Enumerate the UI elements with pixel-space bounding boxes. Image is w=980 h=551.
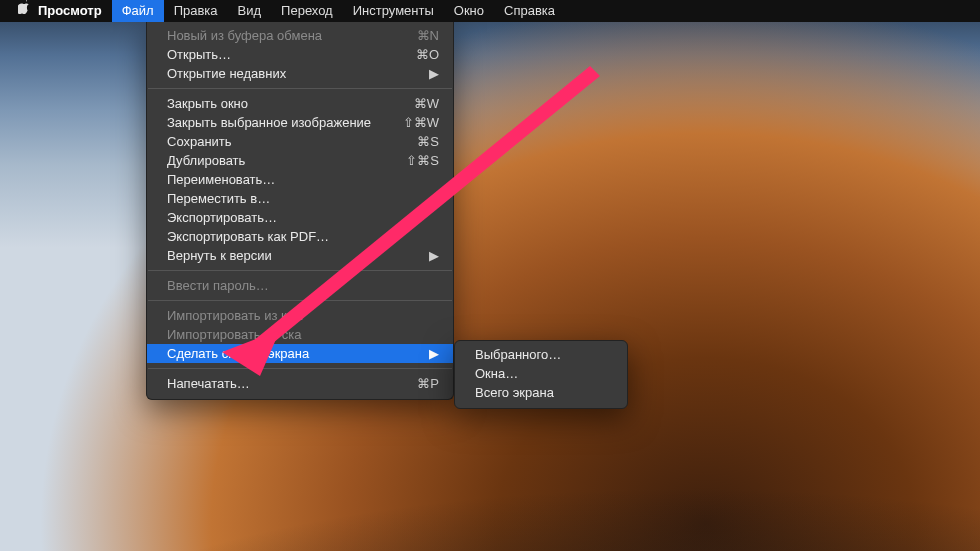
menu-item: Импортировать из кам (147, 306, 453, 325)
menu-item[interactable]: Вернуть к версии▶ (147, 246, 453, 265)
menu-item: Новый из буфера обмена⌘N (147, 26, 453, 45)
menubar-item-file[interactable]: Файл (112, 0, 164, 22)
menu-item-label: Новый из буфера обмена (167, 26, 405, 45)
menubar-item-go[interactable]: Переход (271, 0, 343, 22)
menu-item-label: Импортировать со ска (167, 325, 439, 344)
apple-menu[interactable] (8, 0, 28, 22)
menu-item-label: Вернуть к версии (167, 246, 415, 265)
menu-item[interactable]: Дублировать⇧⌘S (147, 151, 453, 170)
menubar-item-edit[interactable]: Правка (164, 0, 228, 22)
menu-item[interactable]: Экспортировать как PDF… (147, 227, 453, 246)
menu-item[interactable]: Сделать снимок экрана▶ (147, 344, 453, 363)
menu-item-label: Переименовать… (167, 170, 439, 189)
menu-separator (148, 88, 452, 89)
menu-item-label: Дублировать (167, 151, 394, 170)
menubar-item-help[interactable]: Справка (494, 0, 565, 22)
submenu-item[interactable]: Всего экрана (455, 383, 627, 402)
submenu-item-label: Всего экрана (475, 383, 554, 402)
submenu-item[interactable]: Выбранного… (455, 345, 627, 364)
menu-item-shortcut: ⌘P (417, 374, 439, 393)
menubar-item-view[interactable]: Вид (228, 0, 272, 22)
menu-item-label: Сохранить (167, 132, 405, 151)
menu-item[interactable]: Сохранить⌘S (147, 132, 453, 151)
submenu-item-label: Окна… (475, 364, 518, 383)
menu-item-shortcut: ⌘W (414, 94, 439, 113)
menu-item-shortcut: ⇧⌘S (406, 151, 439, 170)
menu-item-shortcut: ⇧⌘W (403, 113, 439, 132)
submenu-item-label: Выбранного… (475, 345, 561, 364)
menu-item-label: Импортировать из кам (167, 306, 439, 325)
menu-item[interactable]: Закрыть выбранное изображение⇧⌘W (147, 113, 453, 132)
menu-item-label: Открытие недавних (167, 64, 415, 83)
menu-item-label: Закрыть окно (167, 94, 402, 113)
menu-item-label: Сделать снимок экрана (167, 344, 415, 363)
submenu-item[interactable]: Окна… (455, 364, 627, 383)
menu-item[interactable]: Переместить в… (147, 189, 453, 208)
menu-item-label: Ввести пароль… (167, 276, 439, 295)
menu-item[interactable]: Открытие недавних▶ (147, 64, 453, 83)
chevron-right-icon: ▶ (427, 344, 439, 363)
menu-item[interactable]: Открыть…⌘O (147, 45, 453, 64)
menu-item-shortcut: ⌘S (417, 132, 439, 151)
menu-separator (148, 300, 452, 301)
menu-separator (148, 368, 452, 369)
menubar-app-name[interactable]: Просмотр (28, 0, 112, 22)
menu-item[interactable]: Экспортировать… (147, 208, 453, 227)
menu-item: Ввести пароль… (147, 276, 453, 295)
menu-item-label: Открыть… (167, 45, 404, 64)
screenshot-submenu: Выбранного…Окна…Всего экрана (454, 340, 628, 409)
chevron-right-icon: ▶ (427, 64, 439, 83)
menu-item-label: Экспортировать как PDF… (167, 227, 439, 246)
menu-item-shortcut: ⌘O (416, 45, 439, 64)
menu-item[interactable]: Переименовать… (147, 170, 453, 189)
chevron-right-icon: ▶ (427, 246, 439, 265)
menu-item-label: Напечатать… (167, 374, 405, 393)
menu-separator (148, 270, 452, 271)
menu-item-label: Переместить в… (167, 189, 439, 208)
menu-item-shortcut: ⌘N (417, 26, 439, 45)
menu-item-label: Экспортировать… (167, 208, 439, 227)
menubar-item-tools[interactable]: Инструменты (343, 0, 444, 22)
menu-item[interactable]: Напечатать…⌘P (147, 374, 453, 393)
menu-item[interactable]: Закрыть окно⌘W (147, 94, 453, 113)
menu-item-label: Закрыть выбранное изображение (167, 113, 391, 132)
menu-item: Импортировать со ска (147, 325, 453, 344)
menubar: Просмотр Файл Правка Вид Переход Инструм… (0, 0, 980, 22)
menubar-item-window[interactable]: Окно (444, 0, 494, 22)
file-menu: Новый из буфера обмена⌘NОткрыть…⌘OОткрыт… (146, 22, 454, 400)
